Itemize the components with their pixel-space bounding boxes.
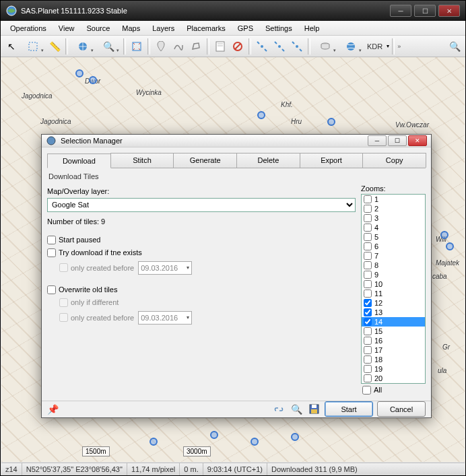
menu-settings[interactable]: Settings <box>260 22 298 34</box>
tab-copy[interactable]: Copy <box>362 153 426 168</box>
basket-tool[interactable] <box>313 38 337 55</box>
date-picker-1[interactable]: 09.03.2016 <box>138 261 192 275</box>
zoom-item-20[interactable]: 20 <box>362 374 425 383</box>
zoom-list[interactable]: 1234567891011121314151617181920 <box>361 194 426 384</box>
layer-label: Map/Overlay layer: <box>47 187 356 195</box>
zoom-item-18[interactable]: 18 <box>362 355 425 364</box>
zoom-item-6[interactable]: 6 <box>362 242 425 251</box>
zoom-item-13[interactable]: 13 <box>362 308 425 317</box>
overwrite-checkbox[interactable] <box>47 285 56 294</box>
status-downloaded: Downloaded 311 (9,9 MB) <box>267 463 465 475</box>
zoom-item-10[interactable]: 10 <box>362 279 425 289</box>
zoom-item-1[interactable]: 1 <box>362 195 425 204</box>
globe-tool[interactable] <box>71 38 95 55</box>
sat1-tool[interactable] <box>254 38 270 55</box>
status-coords: N52°05'37,35" E23°08'56,43" <box>22 463 127 475</box>
download-tiles-label: Download Tiles <box>47 168 426 184</box>
main-toolbar: ↖ 📏 🔍 KDR▾ » 🔍 <box>1 36 465 57</box>
menu-operations[interactable]: Operations <box>5 22 52 34</box>
maximize-button[interactable]: ☐ <box>414 5 436 17</box>
select-tool[interactable] <box>21 38 45 55</box>
svg-rect-16 <box>312 405 317 408</box>
search-zoom-tool[interactable]: 🔍 <box>446 38 463 55</box>
dialog-footer: 📌 🔍 Start Cancel <box>42 401 431 418</box>
only-if-different-checkbox <box>59 298 68 307</box>
calc-tool[interactable] <box>212 38 228 55</box>
nosign-tool[interactable] <box>230 38 246 55</box>
layer-select[interactable]: Google Sat <box>47 198 356 212</box>
date-picker-2[interactable]: 09.03.2016 <box>138 311 192 325</box>
scale-label: 3000m <box>183 446 211 456</box>
dialog-tabs: DownloadStitchGenerateDeleteExportCopy <box>47 153 426 168</box>
zoom-item-2[interactable]: 2 <box>362 204 425 213</box>
start-paused-label: Start paused <box>59 236 100 244</box>
ruler-tool[interactable]: 📏 <box>46 38 63 55</box>
try-download-checkbox[interactable] <box>47 248 56 257</box>
menu-source[interactable]: Source <box>81 22 115 34</box>
dialog-maximize[interactable]: ☐ <box>388 135 407 146</box>
app-icon <box>6 5 17 16</box>
zoom-item-16[interactable]: 16 <box>362 336 425 345</box>
map-label: Gr <box>442 343 450 351</box>
zoom-item-15[interactable]: 15 <box>362 327 425 336</box>
dialog-title-bar[interactable]: Selection Manager ─ ☐ ✕ <box>42 135 431 147</box>
tab-delete[interactable]: Delete <box>236 153 300 168</box>
map-label: Khf. <box>281 101 293 108</box>
footer-zoom-icon[interactable]: 🔍 <box>290 403 303 416</box>
tab-generate[interactable]: Generate <box>173 153 237 168</box>
footer-link-icon[interactable] <box>272 403 286 416</box>
zoom-item-3[interactable]: 3 <box>362 213 425 223</box>
polygon-tool[interactable] <box>188 38 204 55</box>
map-label: Jagodnica <box>22 92 53 100</box>
menu-layers[interactable]: Layers <box>147 22 180 34</box>
svg-point-9 <box>261 45 263 48</box>
start-button[interactable]: Start <box>325 401 373 417</box>
menu-maps[interactable]: Maps <box>116 22 145 34</box>
placemark-tool[interactable] <box>153 38 169 55</box>
zoom-item-19[interactable]: 19 <box>362 364 425 374</box>
zoom-item-8[interactable]: 8 <box>362 261 425 270</box>
map-label: Jagodnica <box>40 118 71 125</box>
start-paused-checkbox[interactable] <box>47 236 56 244</box>
menu-view[interactable]: View <box>53 22 80 34</box>
kdr-label[interactable]: KDR <box>364 42 385 50</box>
zoom-tool[interactable]: 🔍 <box>96 38 121 55</box>
map-label: ula <box>438 367 446 374</box>
zoom-item-14[interactable]: 14 <box>362 317 425 327</box>
globe2-tool[interactable] <box>339 38 363 55</box>
all-zooms-checkbox[interactable] <box>362 386 371 395</box>
dialog-title: Selection Manager <box>61 137 123 145</box>
svg-rect-17 <box>311 409 317 413</box>
menu-gps[interactable]: GPS <box>232 22 259 34</box>
zoom-item-9[interactable]: 9 <box>362 270 425 279</box>
zoom-item-17[interactable]: 17 <box>362 345 425 355</box>
tab-export[interactable]: Export <box>300 153 364 168</box>
footer-save-icon[interactable] <box>307 403 321 416</box>
zoom-item-12[interactable]: 12 <box>362 298 425 308</box>
dialog-close[interactable]: ✕ <box>408 135 427 146</box>
menu-placemarks[interactable]: Placemarks <box>181 22 230 34</box>
pin-icon[interactable]: 📌 <box>47 404 59 415</box>
path-tool[interactable] <box>170 38 187 55</box>
status-zoom: z14 <box>1 463 22 475</box>
menubar: OperationsViewSourceMapsLayersPlacemarks… <box>1 21 465 36</box>
zoom-item-5[interactable]: 5 <box>362 232 425 242</box>
map-label: Hru <box>291 118 302 125</box>
map-label: Vw.Owczar <box>395 121 429 129</box>
tab-stitch[interactable]: Stitch <box>110 153 174 168</box>
close-button[interactable]: ✕ <box>438 5 460 17</box>
cancel-button[interactable]: Cancel <box>377 401 426 417</box>
sat3-tool[interactable] <box>289 38 305 55</box>
dialog-minimize[interactable]: ─ <box>368 135 387 146</box>
minimize-button[interactable]: ─ <box>390 5 411 17</box>
sat2-tool[interactable] <box>271 38 288 55</box>
map-label: Majatek <box>436 259 459 267</box>
zoom-item-11[interactable]: 11 <box>362 289 425 298</box>
fullscreen-tool[interactable] <box>129 38 145 55</box>
pointer-tool[interactable]: ↖ <box>3 38 20 55</box>
tab-download[interactable]: Download <box>47 154 111 168</box>
menu-help[interactable]: Help <box>299 22 325 34</box>
zoom-item-4[interactable]: 4 <box>362 223 425 232</box>
try-download-label: Try download if tne exists <box>59 248 142 257</box>
zoom-item-7[interactable]: 7 <box>362 251 425 261</box>
